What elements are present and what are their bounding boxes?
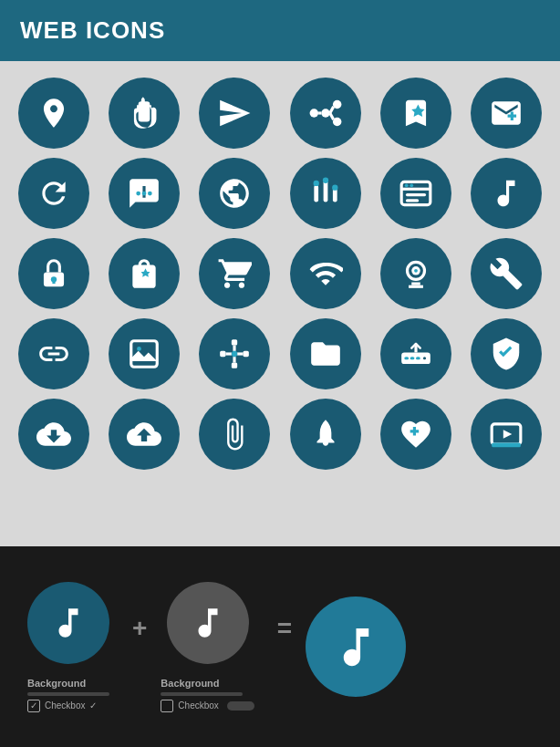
plus-operator: + [132,614,147,643]
svg-point-34 [137,347,141,351]
checkbox-label-2: Checkbox [178,700,218,711]
rocket-icon[interactable] [290,399,361,470]
svg-rect-26 [52,279,55,284]
wifi-icon[interactable] [290,238,361,309]
svg-line-6 [329,107,333,113]
bottom-section: Background ✓ Checkbox ✓ + Background [0,546,560,747]
icon-row-2 [18,158,542,229]
wrench-icon[interactable] [471,238,542,309]
folder-icon[interactable] [290,318,361,389]
svg-rect-37 [244,351,249,357]
checkmark-1: ✓ [89,700,97,711]
shopping-bag-icon[interactable] [109,238,180,309]
link-icon[interactable] [18,318,89,389]
image-icon[interactable] [109,318,180,389]
svg-rect-46 [410,357,414,359]
bottom-gray-circle [167,582,249,664]
cloud-upload-icon[interactable] [109,399,180,470]
checkbox-1[interactable]: ✓ [27,700,40,712]
svg-marker-53 [503,430,513,439]
checkbox-row-2: Checkbox [161,700,254,712]
svg-rect-0 [139,101,150,121]
paperclip-icon[interactable] [199,399,270,470]
svg-point-17 [332,185,337,191]
toggle-bar[interactable] [227,701,254,711]
nodes-icon[interactable] [290,78,361,149]
svg-rect-32 [409,285,423,288]
location-pin-icon[interactable] [18,78,89,149]
chat-bubble-icon[interactable] [109,158,180,229]
shield-icon[interactable] [471,318,542,389]
webcam-icon[interactable] [380,238,451,309]
background-label-1: Background [27,678,109,689]
bottom-dark-circle [27,582,109,664]
refresh-icon[interactable] [18,158,89,229]
svg-rect-33 [131,341,158,368]
equalizer-icon[interactable] [290,158,361,229]
svg-point-43 [232,351,237,357]
bottom-item-3 [306,597,406,697]
svg-point-11 [148,192,152,196]
svg-rect-23 [406,199,419,202]
svg-rect-47 [416,357,420,359]
bottom-large-circle [306,597,406,697]
cloud-download-icon[interactable] [18,399,89,470]
svg-rect-45 [404,357,409,359]
network-icon[interactable] [199,318,270,389]
svg-point-2 [309,109,318,118]
cart-icon[interactable] [199,238,270,309]
stop-hand-icon[interactable] [109,78,180,149]
browser-icon[interactable] [380,158,451,229]
lock-icon[interactable] [18,238,89,309]
mail-plus-icon[interactable] [471,78,542,149]
paper-plane-icon[interactable] [199,78,270,149]
svg-rect-12 [314,185,318,202]
svg-point-16 [322,178,327,183]
background-label-2: Background [161,678,254,689]
svg-point-15 [313,181,318,186]
svg-rect-48 [423,357,426,359]
svg-rect-36 [221,351,226,357]
icon-grid-area [0,61,560,546]
main-container: WEB ICONS [0,0,560,747]
svg-point-1 [321,109,330,118]
bookmark-icon[interactable] [380,78,451,149]
svg-point-21 [410,183,413,187]
page-title: WEB ICONS [20,16,165,45]
icon-row-4 [18,318,542,389]
checkbox-2[interactable] [161,700,173,712]
icon-row-3 [18,238,542,309]
checkbox-label-1: Checkbox [45,700,85,711]
svg-point-20 [405,183,409,187]
globe-icon[interactable] [199,158,270,229]
svg-rect-22 [406,193,426,196]
bottom-info-1: Background ✓ Checkbox ✓ [27,678,109,712]
svg-point-30 [414,269,418,273]
bottom-info-2: Background Checkbox [161,678,254,712]
icon-row-5 [18,399,542,470]
svg-rect-54 [492,443,521,448]
bottom-bar-2 [161,692,243,696]
svg-rect-31 [411,283,420,285]
svg-point-9 [136,192,140,196]
checkbox-row-1: ✓ Checkbox ✓ [27,700,109,712]
svg-rect-35 [232,339,237,345]
header: WEB ICONS [0,0,560,61]
equals-operator: = [277,614,292,643]
music-note-icon[interactable] [471,158,542,229]
bottom-item-1: Background ✓ Checkbox ✓ [27,582,109,712]
router-icon[interactable] [380,318,451,389]
svg-rect-13 [323,181,327,202]
heart-plus-icon[interactable] [380,399,451,470]
icon-row-1 [18,78,542,149]
video-play-icon[interactable] [471,399,542,470]
svg-line-7 [329,113,333,119]
svg-rect-38 [232,363,237,368]
svg-point-10 [142,192,147,196]
bottom-bar-1 [27,692,109,696]
bottom-item-2: Background Checkbox [161,582,254,712]
